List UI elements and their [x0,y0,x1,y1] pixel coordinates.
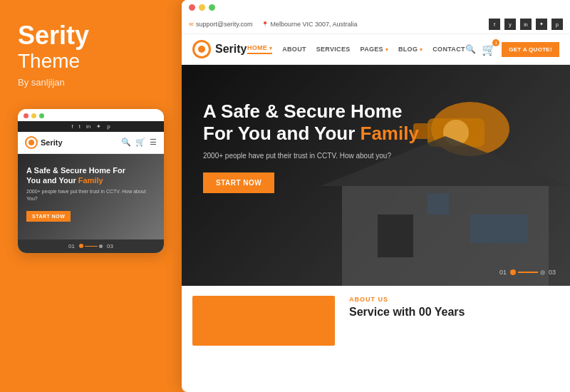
nav-home-arrow: ▾ [269,46,272,51]
mobile-cart-icon[interactable]: 🛒 [135,138,145,147]
svg-rect-6 [378,215,413,257]
desktop-nav-right: 🔍 🛒 1 Get A Quote! [465,42,559,57]
service-title: Service with 00 Years [349,306,559,319]
desktop-logo-text: Serity [215,43,247,56]
mobile-logo-inner [28,140,34,145]
desktop-pag-start: 01 [499,269,507,276]
desktop-browser-bar: ✉ support@serity.com 📍 Melbourne VIC 300… [182,15,570,34]
desktop-pag-active-dot [510,269,516,275]
brand-by: By sanljijan [18,77,65,88]
bottom-orange-area [192,296,335,346]
desktop-pag-line [510,269,545,275]
mobile-hero-sub: 2000+ people have put their trust in CCT… [26,188,155,202]
mobile-dot-yellow [31,113,36,118]
brand-name: Serity [18,21,89,50]
browser-contact-left: ✉ support@serity.com 📍 Melbourne VIC 300… [189,21,358,28]
social-fb[interactable]: f [489,19,500,30]
mobile-mockup: f t in ✦ p Serity 🔍 🛒 ☰ [18,109,164,253]
social-ig[interactable]: ✦ [536,19,547,30]
desktop-cart-area[interactable]: 🛒 1 [482,43,496,56]
mobile-dot-green [39,113,44,118]
mobile-nav-icons: 🔍 🛒 ☰ [121,138,157,147]
mobile-social-p: p [107,123,110,130]
nav-pages[interactable]: PAGES ▾ [361,46,388,53]
svg-rect-7 [470,215,527,243]
desktop-hero-highlight: Family [361,123,419,144]
desktop-dot-red [189,4,195,11]
bottom-orange-bar [192,296,335,346]
desktop-top-bar [182,0,570,15]
desktop-hero-sub: 2000+ people have put their trust in CCT… [203,152,419,160]
email-icon: ✉ [189,21,194,28]
desktop-dot-yellow [199,4,205,11]
desktop-navbar: Serity HOME ▾ ABOUT SERVICES PAGES ▾ BLO… [182,34,570,65]
desktop-nav-links: HOME ▾ ABOUT SERVICES PAGES ▾ BLOG ▾ CON… [247,44,465,54]
mobile-dot-red [24,113,28,118]
mobile-social-in: in [86,123,90,130]
mobile-pag-dash [85,246,98,247]
desktop-search-icon[interactable]: 🔍 [465,44,476,54]
nav-blog-arrow: ▾ [420,47,423,52]
browser-email-text: support@serity.com [196,21,253,28]
mobile-search-icon[interactable]: 🔍 [121,138,131,147]
mobile-logo: Serity [25,136,63,149]
mobile-logo-text: Serity [41,138,63,147]
desktop-hero-line1: A Safe & Secure Home [203,100,402,122]
desktop-mockup: ✉ support@serity.com 📍 Melbourne VIC 300… [182,0,570,392]
mobile-pag-start: 01 [68,243,75,249]
mobile-hero-title-line1: A Safe & Secure Home For [26,166,125,175]
brand-theme: Theme [18,50,80,73]
social-pt[interactable]: p [551,19,563,30]
mobile-menu-icon[interactable]: ☰ [150,138,157,147]
browser-social-icons: f y in ✦ p [489,19,563,30]
nav-blog[interactable]: BLOG ▾ [398,46,423,53]
desktop-logo: Serity [192,40,247,58]
quote-button[interactable]: Get A Quote! [502,42,559,57]
desktop-logo-circle [192,40,211,58]
desktop-pag-dash [518,272,538,273]
mobile-pagination: 01 03 [18,239,164,253]
social-tw[interactable]: y [504,19,516,30]
mobile-social-t: t [79,123,81,130]
nav-home[interactable]: HOME ▾ [247,44,272,54]
location-icon: 📍 [261,21,269,28]
mobile-social-f: f [71,123,73,130]
nav-services[interactable]: SERVICES [316,46,351,53]
mobile-navbar: Serity 🔍 🛒 ☰ [18,132,164,154]
nav-pages-arrow: ▾ [385,47,388,52]
desktop-pag-end: 03 [549,269,556,276]
desktop-dot-green [209,4,215,11]
desktop-bottom-section: ABOUT US Service with 00 Years [182,286,570,356]
mobile-pag-active-dot [79,244,83,248]
social-ln[interactable]: in [520,19,532,30]
mobile-top-bar [18,109,164,121]
desktop-hero: A Safe & Secure Home For You and Your Fa… [182,65,570,286]
desktop-start-button[interactable]: START NOW [203,172,274,193]
mobile-social-ig: ✦ [96,123,101,130]
desktop-hero-content: A Safe & Secure Home For You and Your Fa… [203,100,419,193]
mobile-pag-inactive-dot [99,244,103,248]
left-panel: Serity Theme By sanljijan f t in ✦ p Ser… [0,0,175,392]
mobile-hero-title-line2: You and Your [26,176,78,185]
svg-rect-8 [428,193,449,215]
desktop-hero-pagination: 01 03 [499,269,556,276]
desktop-hero-line2: For You and Your [203,123,361,144]
mobile-hero-title: A Safe & Secure Home For You and Your Fa… [26,165,155,186]
cart-badge: 1 [492,39,499,46]
desktop-logo-inner [198,46,205,53]
desktop-hero-title: A Safe & Secure Home For You and Your Fa… [203,100,419,145]
browser-address: 📍 Melbourne VIC 3007, Australia [261,21,358,28]
mobile-pag-line [79,244,103,248]
mobile-hero-content: A Safe & Secure Home For You and Your Fa… [26,165,155,222]
mobile-hero-highlight: Family [78,176,103,185]
mobile-social-bar: f t in ✦ p [18,121,164,132]
browser-address-text: Melbourne VIC 3007, Australia [271,21,358,28]
about-label: ABOUT US [349,296,559,303]
mobile-pag-end: 03 [107,243,113,249]
nav-about[interactable]: ABOUT [282,46,306,53]
desktop-pag-inactive-dot [540,270,545,275]
nav-contact[interactable]: CONTACT [432,46,465,53]
mobile-start-button[interactable]: START NOW [26,211,71,222]
bottom-about: ABOUT US Service with 00 Years [349,296,559,346]
mobile-hero: A Safe & Secure Home For You and Your Fa… [18,154,164,239]
